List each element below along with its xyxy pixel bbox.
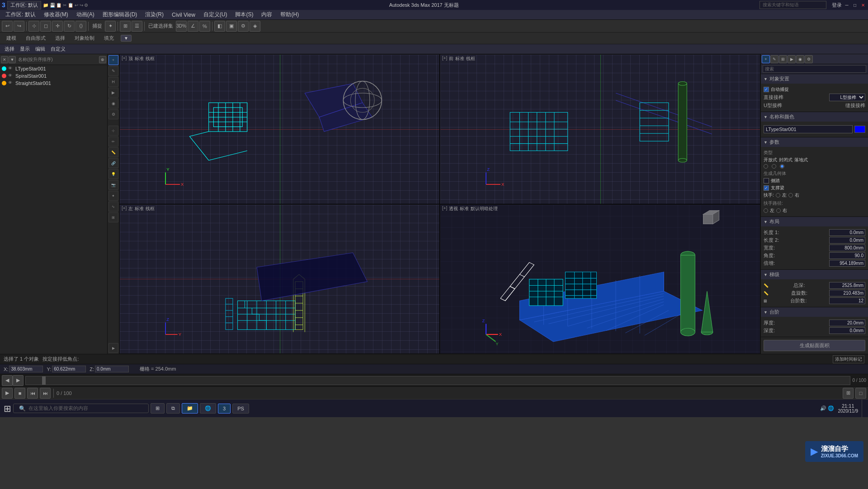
vp-mode-front[interactable]: 标准 (455, 56, 464, 62)
radio-path-left[interactable] (764, 208, 768, 213)
next-frame-btn[interactable]: ▶ (13, 375, 24, 386)
show-desktop-btn[interactable] (862, 400, 864, 418)
taskbar-photoshop-btn[interactable]: PS (232, 404, 249, 414)
menu-render[interactable]: 渲染(R) (142, 10, 167, 19)
paint-icon[interactable]: ✏ (108, 136, 118, 146)
vp-view-left[interactable]: 左 (128, 206, 133, 212)
vp-render-front[interactable]: 线框 (466, 56, 475, 62)
go-end-btn[interactable]: ⏭ (40, 388, 51, 399)
viewport-left[interactable]: [+] 左 标准 线框 (119, 204, 440, 354)
3d-snap-btn[interactable]: 3D% (176, 21, 187, 32)
menu-civil-view[interactable]: Civil View (168, 11, 199, 19)
display-tool[interactable]: ◉ (108, 99, 118, 108)
stop-btn[interactable]: ■ (14, 388, 25, 399)
radio-handrail-left[interactable] (776, 193, 780, 197)
placement-header[interactable]: ▼ 对象安置 (761, 74, 868, 84)
coord-z-input[interactable] (95, 366, 129, 372)
vp-render-top[interactable]: 线框 (146, 56, 155, 62)
radio-closed[interactable] (772, 164, 776, 169)
rp-create-tab[interactable]: + (762, 55, 770, 63)
tab-selection[interactable]: 选择 (51, 34, 70, 42)
vp-render-persp[interactable]: 默认明暗处理 (471, 206, 498, 212)
vp-view-persp[interactable]: 透视 (449, 206, 458, 212)
render-btn[interactable]: ▣ (226, 21, 237, 32)
step-count-input[interactable] (829, 297, 865, 304)
timeline-bar[interactable] (25, 376, 850, 385)
select-region-btn[interactable]: ◻ (40, 21, 51, 32)
angle-snap-btn[interactable]: ∠ (188, 21, 198, 32)
depth-input[interactable] (829, 327, 865, 334)
taskbar-task-btn[interactable]: ⧉ (166, 403, 180, 414)
viewport-maximize-btn[interactable]: □ (855, 388, 866, 399)
utility-tool[interactable]: ⚙ (108, 109, 118, 119)
vp-view-front[interactable]: 前 (449, 56, 453, 62)
menu-customize[interactable]: 自定义(U) (200, 10, 231, 19)
rp-hierarchy-tab[interactable]: ⊞ (779, 55, 787, 63)
rp-search-input[interactable] (763, 65, 866, 73)
windows-start-btn[interactable]: ⊞ (4, 403, 11, 414)
menu-file[interactable]: 工作区: 默认 (2, 10, 39, 19)
menu-content[interactable]: 内容 (258, 10, 276, 19)
multiplier-input[interactable] (829, 260, 865, 267)
snap-toggle[interactable]: ✦ (105, 21, 116, 32)
undo-btn[interactable]: ↩ (2, 21, 13, 32)
radio-handrail-right[interactable] (788, 193, 793, 197)
steps-header[interactable]: ▼ 梯级 (761, 270, 868, 279)
taskbar-search[interactable]: 🔍 在这里输入你要搜索的内容 (13, 404, 149, 413)
menu-help[interactable]: 帮助(H) (277, 10, 302, 19)
minimize-btn[interactable]: ─ (844, 2, 850, 8)
vp-render-left[interactable]: 线框 (146, 206, 155, 212)
vp-mode-top[interactable]: 标准 (135, 56, 144, 62)
tab-freeform[interactable]: 自由形式 (21, 34, 50, 42)
add-keyframe-btn[interactable]: 添加时间标记 (833, 355, 864, 363)
length2-input[interactable] (829, 237, 865, 244)
time-slider[interactable] (42, 376, 46, 385)
coord-x-input[interactable] (9, 366, 43, 372)
create-tool[interactable]: + (108, 55, 118, 65)
select-btn[interactable]: ⊹ (28, 21, 39, 32)
parameters-header[interactable]: ▼ 参数 (761, 137, 868, 147)
menu-modifier[interactable]: 修改器(M) (40, 10, 72, 19)
coord-y-input[interactable] (52, 366, 86, 372)
scene-select-tab[interactable]: 选择 (2, 45, 17, 53)
search-box[interactable]: 搜索关键字和短语 (760, 1, 826, 9)
scene-item-spiralstair[interactable]: 👁 SpiralStair001 (0, 72, 107, 80)
scene-display-tab[interactable]: 显示 (17, 45, 33, 53)
scene-filter-btn[interactable]: ✕ (1, 56, 8, 63)
viewport-perspective[interactable]: [+] 透视 标准 默认明暗处理 (440, 204, 760, 354)
layer-btn[interactable]: ☰ (132, 21, 142, 32)
measure-icon[interactable]: 📏 (108, 147, 118, 157)
thickness-input[interactable] (829, 320, 865, 326)
go-start-btn[interactable]: ⏮ (27, 388, 38, 399)
spiral-count-input[interactable] (829, 290, 865, 296)
angle-input[interactable] (829, 252, 865, 259)
play-btn[interactable]: ▶ (2, 388, 13, 399)
render-frame-btn[interactable]: ◧ (214, 21, 225, 32)
viewport-config-btn[interactable]: ⊞ (843, 388, 854, 399)
step-params-header[interactable]: ▼ 台阶 (761, 307, 868, 317)
align-btn[interactable]: ⊞ (120, 21, 131, 32)
scene-expand-btn[interactable]: ⊕ (99, 56, 106, 63)
vp-mode-left[interactable]: 标准 (135, 206, 144, 212)
vp-view-top[interactable]: 顶 (128, 56, 133, 62)
auto-snap-cb[interactable]: ✓ (764, 87, 769, 92)
generate-btn[interactable]: 生成贴面面积 (764, 340, 865, 351)
system-icon[interactable]: ⊞ (108, 212, 118, 222)
render-setup-btn[interactable]: ⚙ (238, 21, 249, 32)
scale-btn[interactable]: ⟨⟩ (75, 21, 86, 32)
login-btn[interactable]: 登录 (832, 2, 842, 9)
prev-frame-btn[interactable]: ◀ (2, 375, 13, 386)
viewport-top[interactable]: [+] 顶 标准 线框 (119, 54, 440, 204)
menu-graph-editor[interactable]: 图形编辑器(D) (99, 10, 141, 19)
menu-animation[interactable]: 动画(A) (73, 10, 98, 19)
scene-item-ltypestar[interactable]: 👁 LTypeStar001 (0, 65, 107, 72)
rp-utility-tab[interactable]: ⚙ (805, 55, 813, 63)
helper-icon[interactable]: ✦ (108, 191, 118, 201)
tab-object-paint[interactable]: 对象绘制 (70, 34, 99, 42)
redo-btn[interactable]: ↪ (14, 21, 24, 32)
expand-icon[interactable]: ▶ (108, 343, 118, 353)
radio-open[interactable] (764, 164, 768, 169)
tab-fill[interactable]: 填充 (99, 34, 118, 42)
maximize-btn[interactable]: □ (852, 2, 858, 8)
scene-custom-tab[interactable]: 自定义 (48, 45, 68, 53)
